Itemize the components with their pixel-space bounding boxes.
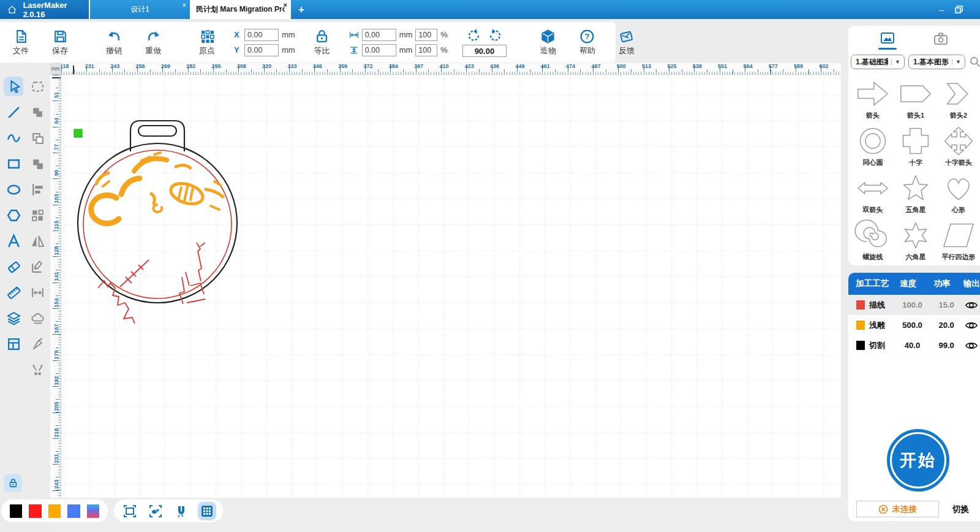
distribute-tool[interactable] [28,283,47,302]
create-button[interactable]: 造物 [536,29,560,56]
tab-gallery[interactable] [878,32,897,50]
origin-marker[interactable] [74,129,82,137]
shape-item-partial[interactable] [894,262,937,265]
layers-tool[interactable] [4,308,23,328]
shape-item-concentric[interactable]: 同心圆 [851,120,894,167]
main-toolbar: 文件 保存 撤销 重做 原点 X mm Y mm 等比 mm [0,22,616,63]
wave-icon [6,131,21,146]
text-tool[interactable] [4,231,23,251]
line-tool[interactable] [4,102,23,122]
snap-button[interactable] [172,502,190,520]
shape-item-arrow2[interactable]: 箭头2 [937,73,980,120]
tab-close-icon[interactable]: × [183,1,186,9]
aspect-lock-button[interactable]: 等比 [310,29,334,56]
width-input[interactable] [362,29,396,41]
curve-tool[interactable] [4,128,23,148]
switch-device-button[interactable]: 切换 [952,504,969,515]
grid-toggle-button[interactable] [198,502,216,520]
ruler-tick-label: 589 [794,63,803,69]
shape-item-star6[interactable]: 六角星 [894,215,937,262]
origin-grid-icon [200,29,215,44]
node-edit-tool[interactable] [28,257,47,276]
layout-tool[interactable] [4,334,23,354]
color-swatch-orange[interactable] [48,504,61,518]
duplicate-tool[interactable] [28,128,47,148]
rotate-ccw-icon[interactable] [467,28,481,42]
align-tool[interactable] [28,180,47,199]
shape-item-heart[interactable]: 心形 [937,167,980,215]
shape-item-partial[interactable] [851,262,894,265]
canvas-area[interactable]: mm 2182312432562692822953083203333463593… [50,63,841,498]
width-percent-input[interactable] [415,29,437,41]
fit-selection-icon [148,504,163,519]
mirror-tool[interactable] [28,231,47,251]
category-dropdown[interactable]: 1.基础图案▼ [851,55,905,69]
file-button[interactable]: 文件 [9,29,33,56]
undo-button[interactable]: 撤销 [102,29,126,56]
origin-button[interactable]: 原点 [195,29,219,56]
x-position-input[interactable] [244,29,279,41]
height-percent-input[interactable] [415,44,437,56]
minimize-button[interactable]: – [939,5,944,15]
stamp-tool[interactable] [28,308,47,328]
group-tool[interactable] [28,205,47,225]
artboard-button[interactable] [121,502,139,520]
shape-item-parallelogram[interactable]: 平行四边形 [937,215,980,262]
shape-item-star5[interactable]: 五角星 [894,167,937,215]
eye-icon[interactable] [965,341,978,351]
color-swatch-gradient[interactable] [87,504,99,518]
drawing-canvas[interactable] [61,75,841,498]
color-swatch-blue[interactable] [67,504,80,518]
help-icon: ? [579,29,595,44]
shape-item-arrow1[interactable]: 箭头1 [894,73,937,120]
color-swatch-red[interactable] [29,504,41,518]
app-home[interactable]: LaserMaker 2.0.16 [0,0,90,19]
polygon-tool[interactable] [4,205,23,225]
connection-status[interactable]: 未连接 [856,501,939,517]
marquee-tool[interactable] [28,77,47,96]
shape-item-partial[interactable] [937,262,980,265]
eraser-tool[interactable] [4,257,23,276]
tab-camera[interactable] [932,32,950,50]
select-tool[interactable] [4,77,23,96]
ellipse-tool[interactable] [4,180,23,199]
help-button[interactable]: ? 帮助 [575,29,600,56]
shape-item-arrow[interactable]: 箭头 [851,73,894,120]
ruler-tick-label: 282 [186,63,195,69]
tab-mars-migration[interactable]: 民计划 Mars Migration Progran × [190,0,291,19]
rectangle-tool[interactable] [4,154,23,173]
shape-item-double-arrow[interactable]: 双箭头 [851,167,894,215]
process-row-engrave[interactable]: 浅雕 500.0 20.0 [848,315,980,335]
rotate-angle-input[interactable] [462,45,507,57]
save-button[interactable]: 保存 [48,29,72,56]
search-icon[interactable] [969,56,980,68]
split-tool[interactable] [28,360,47,379]
feedback-button[interactable]: 反馈 [614,29,639,56]
rotate-cw-icon[interactable] [488,28,502,42]
process-row-trace[interactable]: 描线 100.0 15.0 [848,295,980,315]
redo-button[interactable]: 重做 [141,29,165,56]
height-input[interactable] [362,44,396,56]
process-row-cut[interactable]: 切割 40.0 99.0 [848,335,980,355]
eye-icon[interactable] [965,300,978,310]
restore-button[interactable] [955,6,963,13]
fill-tool[interactable] [28,334,47,354]
tab-close-icon[interactable]: × [284,1,287,9]
canvas-lock-button[interactable] [4,474,22,492]
tab-design1[interactable]: 设计1 × [90,0,190,19]
eye-icon[interactable] [965,321,978,330]
shape-item-spiral[interactable]: 螺旋线 [851,215,894,262]
subcategory-dropdown[interactable]: 1.基本图形▼ [908,55,965,69]
measure-tool[interactable] [4,283,23,302]
shape-item-cross-arrow[interactable]: 十字箭头 [937,120,980,167]
ruler-tick-label: 346 [313,63,322,69]
new-tab-button[interactable]: + [291,0,312,19]
ruler-tick-label: 410 [439,63,448,69]
start-button[interactable]: 开始 [887,429,949,492]
y-position-input[interactable] [244,44,279,56]
shape-item-cross[interactable]: 十字 [894,120,937,167]
union-tool[interactable] [28,102,47,122]
subtract-tool[interactable] [28,154,47,173]
color-swatch-black[interactable] [10,504,22,518]
fit-selection-button[interactable] [146,502,165,520]
